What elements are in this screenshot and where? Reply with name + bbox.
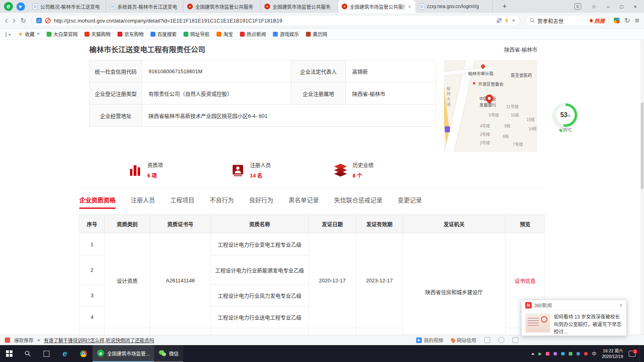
tray-app-icon[interactable] — [553, 352, 557, 356]
taskbar-search-button[interactable] — [19, 345, 37, 362]
qualification-table: 序号 资质类别 资质证书号 资质名称 发证日期 发证有效期 发证机关 预览 1 … — [79, 214, 545, 335]
tray-expand-icon[interactable] — [531, 353, 535, 355]
site-credit-button[interactable]: 网站信用 — [451, 337, 476, 343]
browser-logo-icon[interactable]: e — [4, 2, 13, 11]
tab-system-home[interactable]: 系统首页-榆林市长江送变电 — [106, 0, 184, 13]
url-text[interactable]: http://jzsc.mohurd.gov.cn/data/company/d… — [54, 18, 493, 24]
maximize-button[interactable]: □ — [620, 4, 623, 10]
popup-close-icon[interactable]: × — [619, 302, 623, 309]
forward-button[interactable]: › — [12, 16, 15, 25]
history-icon — [333, 163, 348, 177]
address-dropdown-icon[interactable] — [512, 20, 515, 22]
recommend-label[interactable]: 爆款推荐 — [14, 337, 33, 343]
ime-indicator[interactable]: 中 — [592, 350, 596, 357]
refresh-button[interactable]: ↻ — [21, 17, 26, 24]
hot-topic-link[interactable]: 有谁了解千锋培训吗?怎么样,听说快倒闭了还能去吗 — [44, 337, 154, 343]
map-poi-label: 开发区管委会 — [478, 81, 504, 87]
site-safety-icon[interactable]: ✓ — [36, 18, 42, 23]
temperature-icon — [559, 128, 563, 132]
page-title: 榆林市长江送变电工程有限责任公司 — [89, 44, 205, 54]
bookmark-item[interactable]: 大白菜官网 — [47, 31, 78, 37]
tray-app-icon[interactable] — [561, 352, 565, 356]
tray-app-icon[interactable] — [584, 352, 588, 356]
taskbar-clock[interactable]: 16:22 周六 2020/12/19 — [600, 348, 625, 359]
bookmark-item[interactable]: 淘宝 — [217, 31, 233, 37]
scrollbar-thumb[interactable] — [641, 103, 644, 189]
bookmark-item[interactable]: 热点新闻 — [240, 31, 266, 37]
adblock-icon[interactable] — [45, 18, 51, 23]
taskbar-chrome-button[interactable] — [74, 345, 93, 362]
accelerator-icon[interactable] — [505, 18, 509, 23]
bookmark-item[interactable]: 百度搜索 — [151, 31, 177, 37]
windows-taskbar: e e 全国建筑市场监管... 微信 ▶ 中 16:22 周六 2020/12/… — [0, 345, 644, 362]
tab-dishonesty[interactable]: 失信联合惩戒记录 — [334, 195, 382, 209]
bookmark-item[interactable]: 游戏娱乐 — [273, 31, 299, 37]
tab-close-icon[interactable]: × — [407, 4, 412, 10]
bluetooth-icon[interactable] — [576, 352, 580, 356]
bookmark-item[interactable]: 黄历网 — [306, 31, 327, 37]
menu-icon[interactable]: ≡ — [635, 16, 639, 25]
map-building-label: 5号楼 — [489, 112, 499, 118]
tab-jzsc-1[interactable]: ★全国建筑市场监管公共服务 — [184, 0, 261, 13]
start-button[interactable] — [0, 345, 19, 362]
tab-qualifications[interactable]: 企业资质资格 — [79, 195, 116, 209]
search-input[interactable]: 贺孝和去世 — [537, 17, 587, 25]
tray-app-icon[interactable] — [569, 352, 572, 356]
taskbar-ie-button[interactable]: e — [56, 345, 74, 362]
tray-app-icon[interactable] — [546, 352, 549, 356]
cert-info-link[interactable]: 证书信息 — [514, 278, 535, 284]
tab-changes[interactable]: 变更记录 — [398, 195, 422, 209]
tab-jzsc-active[interactable]: ★全国建筑市场监管公共服务× — [338, 0, 415, 13]
map-building-label: 2号楼 — [480, 140, 490, 146]
send-page-icon[interactable] — [17, 2, 25, 11]
taskbar-app-browser[interactable]: e 全国建筑市场监管... — [93, 345, 154, 362]
feedback-icon[interactable] — [512, 337, 518, 343]
notification-icon[interactable]: 2 — [629, 351, 636, 357]
hot-search-button[interactable]: 热搜 — [589, 17, 605, 25]
favorites-menu[interactable]: ★收藏 — [18, 31, 40, 37]
bookmark-item[interactable]: 京东购物 — [118, 31, 144, 37]
task-view-button[interactable] — [37, 345, 56, 362]
search-box[interactable]: 贺孝和去世 热搜 — [525, 15, 609, 26]
tab-company-overview[interactable]: 公司概况-榆林市长江送变电 — [29, 0, 106, 13]
tab-projects[interactable]: 工程项目 — [170, 195, 194, 209]
bookmark-item[interactable]: 网址导航 — [184, 31, 210, 37]
my-videos-button[interactable]: ▶我的视频 — [416, 337, 443, 343]
wechat-icon — [159, 350, 166, 357]
tab-blacklist[interactable]: 黑名单记录 — [289, 195, 319, 209]
news-logo-icon: N — [525, 302, 532, 309]
bookmark-item[interactable]: 天猫购物 — [85, 31, 111, 37]
browser-speed-gauge[interactable]: 53 % 35°C — [553, 103, 578, 132]
tab-registered-staff[interactable]: 注册人员 — [131, 195, 155, 209]
show-desktop-button[interactable] — [640, 345, 642, 362]
news-item[interactable]: 如何看待 13 岁女孩深夜被校长叫到办公室殴打，被逼写下早恋检讨... — [522, 311, 626, 339]
screenshot-icon[interactable] — [498, 337, 504, 343]
page-content: 榆林市长江送变电工程有限责任公司 陕西省-榆林市 统一社会信用代码 916108… — [79, 40, 545, 335]
apps-grid-icon[interactable] — [614, 18, 619, 23]
tab-list-button[interactable]: 6 — [574, 3, 581, 10]
page-favicon — [419, 4, 424, 10]
recently-closed-icon[interactable]: ☆ — [592, 4, 597, 10]
reader-mode-icon[interactable] — [497, 18, 502, 23]
address-bar[interactable]: ✓ http://jzsc.mohurd.gov.cn/data/company… — [31, 15, 520, 26]
tab-nea-login[interactable]: zzxy.nea.gov.cn/login#/g — [415, 0, 493, 13]
news-thumbnail — [525, 313, 550, 333]
taskbar-app-wechat[interactable]: 微信 — [154, 345, 183, 362]
browser-app-icon: e — [97, 350, 104, 357]
new-tab-button[interactable]: + — [498, 2, 511, 11]
minimize-button[interactable]: – — [607, 4, 609, 10]
tab-jzsc-2[interactable]: ★全国建筑市场监管公共服务 — [261, 0, 338, 13]
tab-good-behavior[interactable]: 良好行为 — [249, 195, 273, 209]
video-app-icon[interactable]: ▶ — [539, 351, 542, 356]
close-button[interactable]: × — [634, 4, 637, 10]
back-button[interactable]: ‹ — [5, 16, 8, 25]
bookmark-favicon — [85, 32, 89, 37]
page-scrollbar[interactable] — [640, 40, 644, 335]
tab-bad-behavior[interactable]: 不良行为 — [210, 195, 234, 209]
table-row: 1 设计资质 A261141146 工程设计电力行业变电工程专业乙级 2020-… — [80, 233, 545, 255]
shield-icon[interactable] — [484, 337, 490, 343]
sidebar-toggle-icon[interactable]: ❙▸ — [4, 31, 11, 37]
notification-badge: 2 — [633, 349, 638, 354]
restore-tabs-icon[interactable]: ↻ — [624, 16, 630, 25]
location-map[interactable]: 榆林大道 榆林市审计局 医圣堂医药 开发区管委会 中国农业 发展银行 11号楼 … — [444, 60, 537, 152]
